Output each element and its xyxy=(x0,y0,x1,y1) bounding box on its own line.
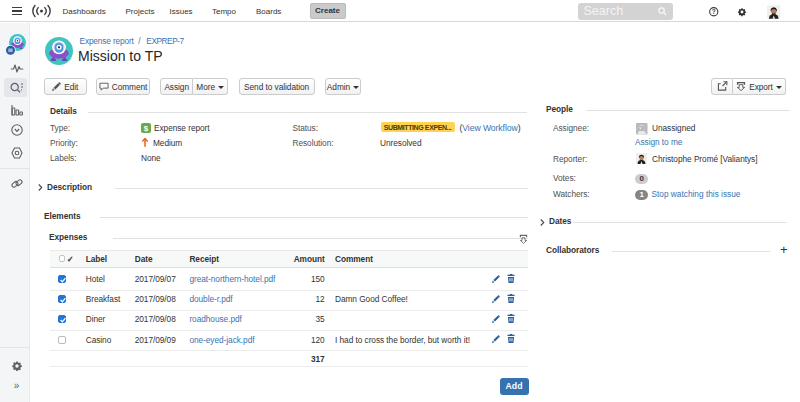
svg-text:$: $ xyxy=(144,123,149,132)
svg-text:?: ? xyxy=(640,124,645,133)
svg-text:?: ? xyxy=(712,8,716,15)
